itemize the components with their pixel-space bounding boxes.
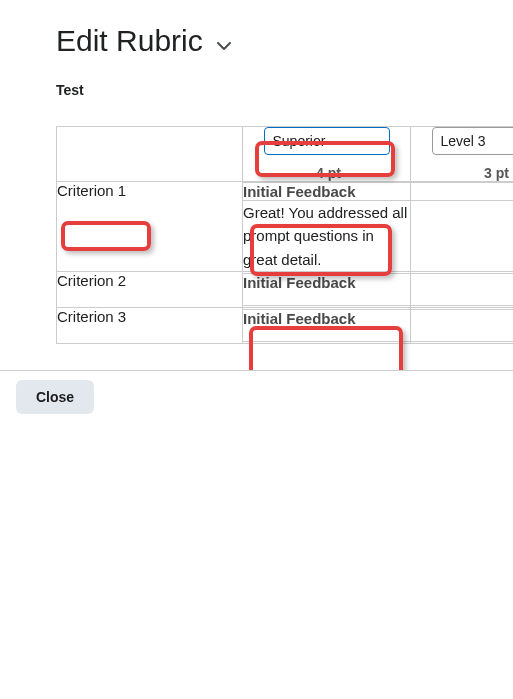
level-header-1: 4 pt	[243, 127, 411, 182]
criterion-1-feedback-label-2	[411, 183, 514, 201]
page-title: Edit Rubric	[56, 24, 203, 58]
criterion-3-feedback-label-2	[411, 309, 514, 341]
header-empty	[57, 127, 243, 182]
level-name-input-1[interactable]	[264, 127, 390, 155]
level-name-input-2[interactable]	[432, 127, 514, 155]
criterion-1-feedback-text-1[interactable]: Great! You addressed all prompt question…	[243, 201, 411, 272]
criterion-3-feedback-text-2[interactable]	[411, 341, 514, 343]
criterion-name-1: Criterion 1	[57, 182, 126, 199]
rubric-name: Test	[56, 82, 457, 98]
criterion-name-2: Criterion 2	[57, 272, 126, 289]
level-points-2: 3 pt	[415, 165, 513, 181]
close-button[interactable]: Close	[16, 380, 94, 414]
criterion-2-feedback-label-1: Initial Feedback	[243, 273, 411, 305]
criterion-1-feedback-label-1: Initial Feedback	[243, 183, 411, 201]
level-header-2: 3 pt	[411, 127, 514, 182]
level-points-1: 4 pt	[247, 165, 410, 181]
criterion-2-feedback-label-2	[411, 273, 514, 305]
criterion-name-3: Criterion 3	[57, 308, 126, 325]
criterion-3-cell[interactable]: Criterion 3	[57, 307, 243, 343]
criterion-1-feedback-text-2[interactable]	[411, 201, 514, 272]
rubric-table: 4 pt 3 pt Criterion 1 Initial Feedback G…	[56, 126, 513, 344]
criterion-1-cell[interactable]: Criterion 1	[57, 182, 243, 272]
footer-bar: Close	[0, 370, 513, 424]
chevron-down-icon[interactable]	[217, 37, 231, 46]
criterion-3-feedback-text-1[interactable]	[243, 341, 411, 343]
criterion-3-feedback-label-1: Initial Feedback	[243, 309, 411, 341]
criterion-2-cell[interactable]: Criterion 2	[57, 271, 243, 307]
